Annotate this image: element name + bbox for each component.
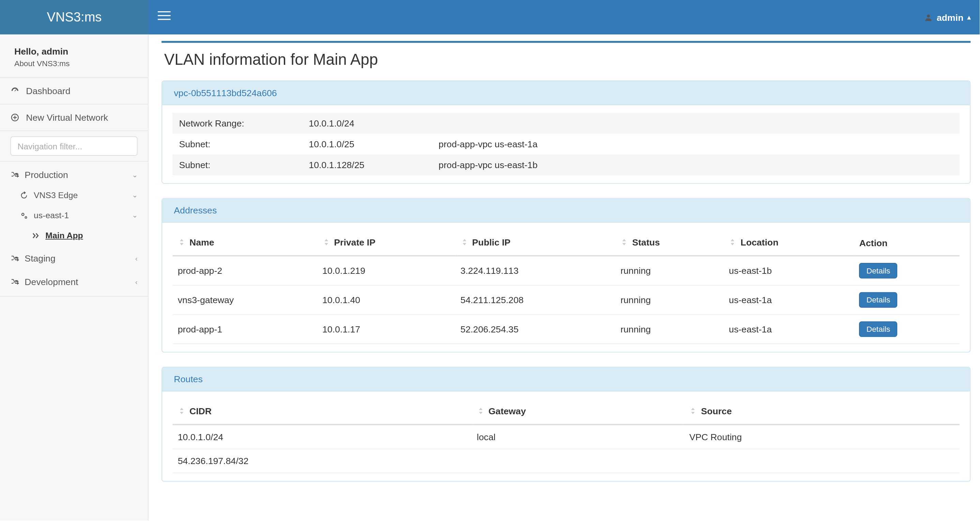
col-status[interactable]: Status <box>616 231 724 256</box>
col-source[interactable]: Source <box>684 399 959 424</box>
plus-circle-icon <box>10 113 19 122</box>
refresh-icon <box>19 191 29 200</box>
table-row: 10.0.1.0/24 local VPC Routing <box>172 424 959 448</box>
details-button[interactable]: Details <box>859 321 897 337</box>
cell-name: prod-app-2 <box>172 256 317 285</box>
vpc-panel: vpc-0b551113bd524a606 Network Range: 10.… <box>162 80 970 184</box>
cell-cidr: 10.0.1.0/24 <box>172 424 472 448</box>
brand[interactable]: VNS3:ms <box>0 0 149 34</box>
sidebar-item-label: Dashboard <box>26 86 137 96</box>
shuffle-icon <box>10 277 19 287</box>
tree-item-production[interactable]: Production ⌄ <box>0 162 148 185</box>
hamburger-icon[interactable] <box>158 9 171 25</box>
nav-tree: Production ⌄ VNS3 Edge ⌄ us-east-1 ⌄ <box>0 162 148 296</box>
topbar: VNS3:ms admin ▴ <box>0 0 980 34</box>
cell-location: us-east-1a <box>724 285 854 314</box>
svg-point-3 <box>927 14 930 18</box>
cell-public-ip: 52.206.254.35 <box>455 314 616 344</box>
hello-user: Hello, admin <box>0 34 148 59</box>
col-public-ip[interactable]: Public IP <box>455 231 616 256</box>
cell-label: Subnet: <box>172 134 302 155</box>
caret-up-icon: ▴ <box>967 14 971 21</box>
details-button[interactable]: Details <box>859 292 897 308</box>
cell-name: prod-app-1 <box>172 314 317 344</box>
chevron-left-icon: ‹ <box>135 254 138 262</box>
sidebar-item-dashboard[interactable]: Dashboard <box>0 78 148 104</box>
tree-item-staging[interactable]: Staging ‹ <box>0 245 148 269</box>
tree-item-label: Development <box>24 277 130 287</box>
cell-status: running <box>616 285 724 314</box>
addresses-panel: Addresses Name Private IP Public IP Stat… <box>162 198 970 352</box>
cell-gateway <box>472 449 684 473</box>
user-label: admin <box>937 12 964 22</box>
cell-cidr: 54.236.197.84/32 <box>172 449 472 473</box>
tree-item-label: VNS3 Edge <box>34 190 126 200</box>
cell-source: VPC Routing <box>684 424 959 448</box>
brand-link[interactable]: VNS3:ms <box>47 10 102 25</box>
tree-item-main-app[interactable]: Main App <box>0 225 148 245</box>
table-row: vns3-gateway 10.0.1.40 54.211.125.208 ru… <box>172 285 959 314</box>
tree-item-development[interactable]: Development ‹ <box>0 269 148 296</box>
cell-private-ip: 10.0.1.40 <box>317 285 455 314</box>
cell-zone: prod-app-vpc us-east-1a <box>432 134 959 155</box>
table-row: Subnet: 10.0.1.0/25 prod-app-vpc us-east… <box>172 134 959 155</box>
svg-point-8 <box>25 216 27 218</box>
svg-rect-2 <box>158 19 171 20</box>
cell-private-ip: 10.0.1.17 <box>317 314 455 344</box>
tree-item-label: Production <box>24 169 126 180</box>
cell-cidr: 10.0.1.0/25 <box>302 134 432 155</box>
sort-icon <box>178 237 186 248</box>
sort-icon <box>729 237 737 248</box>
routes-panel-heading: Routes <box>162 367 970 391</box>
cell-label: Subnet: <box>172 155 302 175</box>
cell-zone <box>432 113 959 134</box>
page-card: VLAN information for Main App vpc-0b5511… <box>162 41 970 481</box>
content: VLAN information for Main App vpc-0b5511… <box>149 34 980 521</box>
gears-icon <box>19 211 29 220</box>
col-action: Action <box>854 231 959 256</box>
col-location[interactable]: Location <box>724 231 854 256</box>
cell-zone: prod-app-vpc us-east-1b <box>432 155 959 175</box>
table-row: Subnet: 10.0.1.128/25 prod-app-vpc us-ea… <box>172 155 959 175</box>
cell-cidr: 10.0.1.128/25 <box>302 155 432 175</box>
svg-rect-0 <box>158 11 171 12</box>
cell-cidr: 10.0.1.0/24 <box>302 113 432 134</box>
col-cidr[interactable]: CIDR <box>172 399 472 424</box>
nav-filter-input[interactable] <box>10 136 137 156</box>
sidebar-item-label: New Virtual Network <box>26 112 137 123</box>
svg-rect-6 <box>13 117 17 118</box>
col-gateway[interactable]: Gateway <box>472 399 684 424</box>
chevron-down-icon: ⌄ <box>132 191 138 199</box>
sort-icon <box>477 406 485 417</box>
routes-panel: Routes CIDR Gateway Source <box>162 366 970 481</box>
topbar-right: admin ▴ <box>149 0 980 34</box>
svg-rect-1 <box>158 15 171 16</box>
sort-icon <box>178 406 186 417</box>
col-private-ip[interactable]: Private IP <box>317 231 455 256</box>
tree-item-vns3-edge[interactable]: VNS3 Edge ⌄ <box>0 185 148 205</box>
user-menu[interactable]: admin ▴ <box>924 12 971 22</box>
details-button[interactable]: Details <box>859 263 897 279</box>
sort-icon <box>322 237 330 248</box>
about-link[interactable]: About VNS3:ms <box>0 59 148 77</box>
cell-public-ip: 3.224.119.113 <box>455 256 616 285</box>
cell-location: us-east-1b <box>724 256 854 285</box>
table-row: 54.236.197.84/32 <box>172 449 959 473</box>
tree-item-us-east-1[interactable]: us-east-1 ⌄ <box>0 205 148 225</box>
cell-public-ip: 54.211.125.208 <box>455 285 616 314</box>
cell-private-ip: 10.0.1.219 <box>317 256 455 285</box>
tree-item-label: us-east-1 <box>34 210 126 220</box>
cell-status: running <box>616 314 724 344</box>
double-chevron-right-icon <box>31 231 40 240</box>
tree-item-label: Staging <box>24 253 130 264</box>
table-row: prod-app-2 10.0.1.219 3.224.119.113 runn… <box>172 256 959 285</box>
sidebar: Hello, admin About VNS3:ms Dashboard New… <box>0 34 149 521</box>
shuffle-icon <box>10 170 19 179</box>
addresses-panel-heading: Addresses <box>162 199 970 223</box>
chevron-down-icon: ⌄ <box>132 211 138 220</box>
sidebar-item-new-virtual-network[interactable]: New Virtual Network <box>0 105 148 131</box>
svg-point-7 <box>22 213 24 215</box>
vpc-panel-heading[interactable]: vpc-0b551113bd524a606 <box>162 81 970 105</box>
col-name[interactable]: Name <box>172 231 317 256</box>
shuffle-icon <box>10 254 19 263</box>
